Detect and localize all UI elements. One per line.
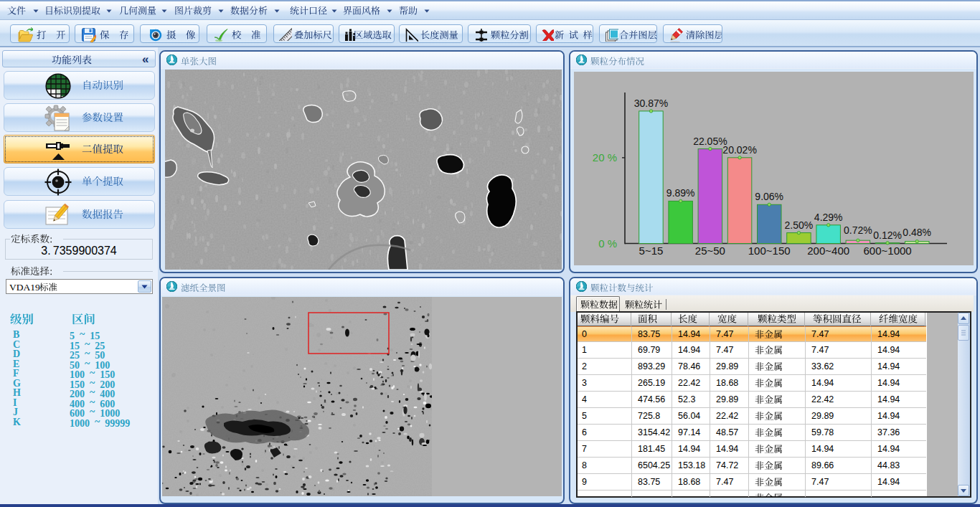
svg-text:0.12%: 0.12%: [873, 229, 902, 241]
svg-text:25~50: 25~50: [695, 245, 725, 257]
svg-text:600~1000: 600~1000: [864, 245, 912, 257]
svg-text:20.02%: 20.02%: [722, 144, 756, 156]
svg-text:0.72%: 0.72%: [844, 224, 872, 236]
svg-text:0 %: 0 %: [598, 237, 617, 250]
svg-text:30.87%: 30.87%: [634, 98, 668, 109]
svg-text:4.29%: 4.29%: [814, 212, 843, 223]
svg-text:100~150: 100~150: [748, 245, 791, 257]
svg-text:20 %: 20 %: [593, 151, 617, 164]
svg-text:9.89%: 9.89%: [666, 187, 695, 199]
svg-text:0.48%: 0.48%: [903, 227, 931, 238]
svg-text:5~15: 5~15: [639, 245, 664, 257]
svg-text:200~400: 200~400: [807, 245, 849, 257]
svg-text:9.06%: 9.06%: [755, 191, 783, 202]
svg-text:2.50%: 2.50%: [785, 219, 814, 231]
